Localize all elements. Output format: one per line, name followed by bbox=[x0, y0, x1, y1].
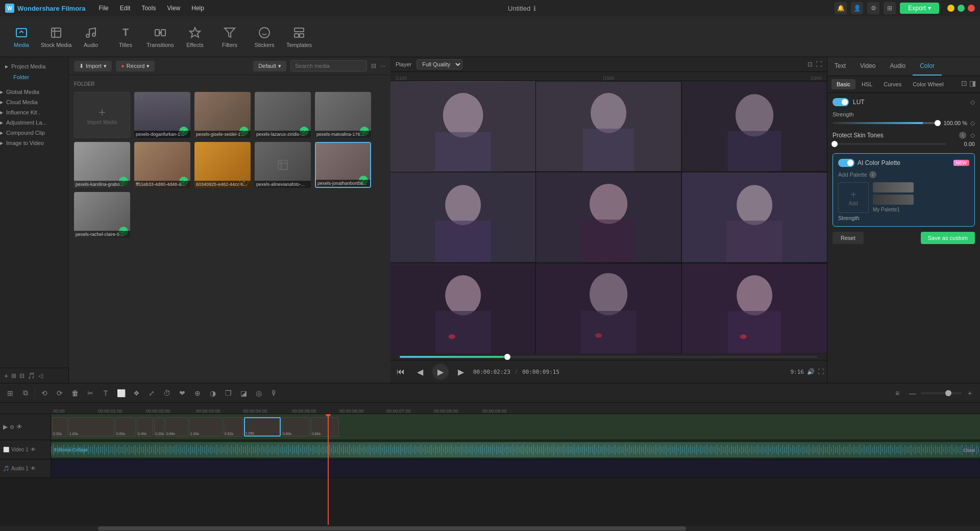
protect-skin-diamond-icon[interactable]: ◇ bbox=[970, 132, 975, 139]
playhead[interactable] bbox=[328, 414, 329, 525]
clip-item-selected[interactable]: 1.08s bbox=[244, 417, 281, 437]
maximize-button[interactable] bbox=[958, 5, 965, 12]
toolbar-transitions[interactable]: Transitions bbox=[144, 19, 177, 55]
add-to-timeline-icon[interactable]: + bbox=[239, 177, 249, 186]
subtab-hsl[interactable]: HSL bbox=[856, 79, 877, 89]
zoom-slider[interactable] bbox=[921, 392, 962, 394]
stabilize-button[interactable]: ◑ bbox=[207, 387, 219, 399]
record-audio-button[interactable]: 🎙 bbox=[268, 387, 280, 399]
preview-progress-bar[interactable] bbox=[400, 356, 818, 358]
play-button[interactable]: ▶ bbox=[432, 364, 449, 380]
folder-item[interactable]: Folder bbox=[5, 71, 63, 83]
project-media-header[interactable]: ▶ Project Media bbox=[5, 61, 63, 71]
clip-item[interactable]: 0.80s bbox=[282, 417, 310, 437]
more-icon[interactable]: ··· bbox=[380, 62, 385, 69]
subtab-color-wheel[interactable]: Color Wheel bbox=[908, 79, 949, 89]
track-options-button[interactable]: ≡ bbox=[891, 387, 903, 399]
media-item[interactable]: ✓ pexels-karolina-grabo... bbox=[74, 142, 130, 188]
media-item[interactable]: ✓ ff51eb33-4d80-4d48-a... bbox=[134, 142, 190, 188]
export-button[interactable]: Export ▾ bbox=[900, 3, 939, 14]
media-item[interactable]: ✓ pexels-gisele-seidel-1... bbox=[194, 92, 251, 138]
add-marker-button[interactable]: ⊕ bbox=[191, 387, 204, 399]
compound-clip-header[interactable]: ▶ Compound Clip bbox=[0, 128, 68, 138]
track-layout-icon[interactable]: ⊟ bbox=[19, 372, 24, 379]
fullscreen-icon[interactable]: ⛶ bbox=[816, 61, 822, 68]
crop-button[interactable]: ⬜ bbox=[115, 387, 127, 399]
menu-help[interactable]: Help bbox=[186, 4, 209, 13]
minimize-button[interactable] bbox=[947, 5, 954, 12]
track-audio-icon[interactable]: 🎵 bbox=[28, 372, 35, 379]
reset-button[interactable]: Reset bbox=[832, 232, 864, 244]
toolbar-media[interactable]: Media bbox=[5, 19, 38, 55]
zoom-in-button[interactable]: + bbox=[964, 387, 976, 399]
color-match-button[interactable]: ❤ bbox=[176, 387, 188, 399]
menu-edit[interactable]: Edit bbox=[115, 4, 136, 13]
step-back-button[interactable]: ◀ bbox=[413, 365, 427, 379]
add-track-button[interactable]: ⊞ bbox=[4, 387, 16, 399]
filter-icon[interactable]: ⊟ bbox=[371, 62, 376, 69]
protect-skin-info-icon[interactable]: i bbox=[959, 132, 966, 139]
toolbar-audio[interactable]: Audio bbox=[75, 19, 107, 55]
influence-kit-header[interactable]: ▶ Influence Kit . bbox=[0, 107, 68, 117]
tab-audio[interactable]: Audio bbox=[883, 57, 913, 76]
volume-icon[interactable]: 🔊 bbox=[807, 368, 815, 375]
toolbar-filters[interactable]: Filters bbox=[213, 19, 246, 55]
media-item[interactable]: 60340925-e462-44cc-b... + bbox=[194, 142, 251, 188]
settings-icon[interactable]: ⚙ bbox=[867, 2, 879, 14]
toolbar-stock-media[interactable]: Stock Media bbox=[40, 19, 72, 55]
search-input[interactable] bbox=[290, 60, 367, 71]
adjustment-layer-header[interactable]: ▶ Adjustment La... bbox=[0, 117, 68, 128]
media-item[interactable]: pexels-alinevianafoto-... bbox=[255, 142, 311, 188]
import-media-item[interactable]: + Import Media bbox=[74, 92, 130, 138]
menu-file[interactable]: File bbox=[93, 4, 113, 13]
undo-button[interactable]: ⟲ bbox=[38, 387, 51, 399]
close-button[interactable] bbox=[968, 5, 975, 12]
zoom-button[interactable]: ⤢ bbox=[145, 387, 158, 399]
step-forward-button[interactable]: ▶ bbox=[454, 365, 468, 379]
delete-button[interactable]: 🗑 bbox=[69, 387, 81, 399]
protect-skin-slider[interactable] bbox=[832, 143, 946, 145]
split-preview-icon[interactable]: ⊡ bbox=[807, 61, 813, 68]
clip-item[interactable]: 0.60s bbox=[115, 417, 136, 437]
subtab-basic[interactable]: Basic bbox=[831, 79, 855, 89]
skip-back-button[interactable]: ⏮ bbox=[394, 365, 408, 379]
media-item[interactable]: ✓ pexels-jonathanbortba... bbox=[315, 142, 371, 188]
strength-diamond-icon[interactable]: ◇ bbox=[970, 119, 975, 127]
toolbar-templates[interactable]: Templates bbox=[283, 19, 315, 55]
speed-button[interactable]: ⏱ bbox=[161, 387, 173, 399]
clip-item[interactable]: 0.68s bbox=[165, 417, 188, 437]
menu-tools[interactable]: Tools bbox=[136, 4, 161, 13]
collapse-icon[interactable]: ◁ bbox=[38, 372, 43, 379]
media-item[interactable]: ✓ pexels-matvalina-176... bbox=[315, 92, 371, 138]
tab-text[interactable]: Text bbox=[827, 57, 853, 76]
image-to-video-header[interactable]: ▶ Image to Video bbox=[0, 138, 68, 148]
media-item[interactable]: ✓ pexels-doganfurkan-1... bbox=[134, 92, 190, 138]
add-palette-info-icon[interactable]: i bbox=[869, 171, 876, 178]
clip-item[interactable]: 0.32s bbox=[52, 417, 67, 437]
cut-button[interactable]: ✂ bbox=[84, 387, 96, 399]
import-button[interactable]: ⬇ Import ▾ bbox=[74, 61, 112, 71]
tab-color[interactable]: Color bbox=[913, 57, 942, 76]
strength-slider[interactable] bbox=[832, 122, 939, 124]
toolbar-effects[interactable]: Effects bbox=[179, 19, 211, 55]
link-clip-button[interactable]: ⧉ bbox=[19, 387, 32, 399]
menu-view[interactable]: View bbox=[162, 4, 185, 13]
redo-button[interactable]: ⟳ bbox=[54, 387, 66, 399]
h-scrollbar[interactable] bbox=[0, 526, 980, 531]
toolbar-stickers[interactable]: Stickers bbox=[248, 19, 281, 55]
add-palette-cell[interactable]: + Add bbox=[838, 182, 869, 213]
h-scroll-thumb[interactable] bbox=[98, 526, 686, 530]
text-button[interactable]: T bbox=[100, 387, 112, 399]
add-track-icon[interactable]: + bbox=[4, 372, 8, 380]
video-track-eye-icon[interactable]: 👁 bbox=[16, 423, 22, 430]
clip-item[interactable]: 1.60s bbox=[68, 417, 114, 437]
clip-item[interactable]: 0.40s bbox=[137, 417, 153, 437]
cloud-media-header[interactable]: ▶ Cloud Media bbox=[0, 97, 68, 107]
toolbar-titles[interactable]: T Titles bbox=[109, 19, 142, 55]
subtab-curves[interactable]: Curves bbox=[878, 79, 906, 89]
copy-button[interactable]: ❐ bbox=[222, 387, 234, 399]
clip-item[interactable]: 0.20s bbox=[154, 417, 164, 437]
record-button[interactable]: ● Record ▾ bbox=[116, 61, 155, 71]
quality-select[interactable]: Full Quality bbox=[416, 59, 462, 69]
eye-icon[interactable]: 👁 bbox=[31, 447, 36, 452]
